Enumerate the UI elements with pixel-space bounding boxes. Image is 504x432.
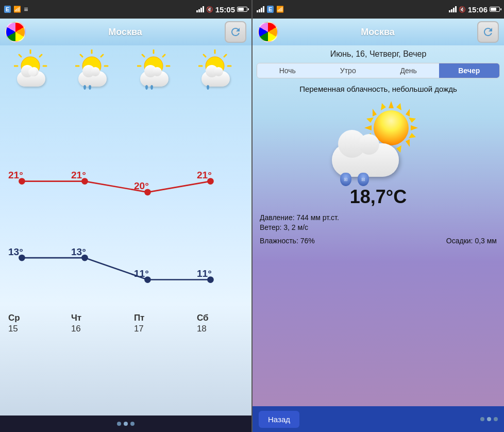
signal-bars-right <box>257 6 264 12</box>
dot-3 <box>130 422 135 426</box>
forecast-content: 21° 21° 20° 21° 13° 13° 11° 11° Ср 15 <box>0 45 251 416</box>
tab-night[interactable]: Ночь <box>257 63 318 78</box>
svg-marker-62 <box>411 125 418 130</box>
svg-text:21°: 21° <box>8 170 23 180</box>
back-dot-3 <box>494 417 498 421</box>
city-title-left: Москва <box>26 27 225 38</box>
signal-bars <box>196 6 204 12</box>
mute-icon: 🔇 <box>206 6 213 13</box>
svg-text:13°: 13° <box>71 246 86 257</box>
svg-text:17: 17 <box>134 324 144 334</box>
svg-marker-66 <box>364 125 372 130</box>
status-time-right: 15:06 <box>468 5 488 14</box>
svg-text:16: 16 <box>71 324 81 334</box>
status-right-right: 🔇 15:06 <box>449 5 500 14</box>
status-bar-right: E 📶 🔇 15:06 <box>253 0 504 19</box>
svg-text:Ср: Ср <box>8 313 20 323</box>
svg-text:13°: 13° <box>8 246 23 257</box>
weather-icon-container: ⊞ ⊞ <box>253 95 504 182</box>
svg-marker-75 <box>381 103 386 110</box>
weather-details: Давление: 744 мм рт.ст. Ветер: 3, 2 м/с <box>253 210 504 235</box>
app-logo-left <box>5 22 26 42</box>
battery-icon <box>237 7 247 12</box>
app-header-left: Москва <box>0 19 251 45</box>
svg-text:Пт: Пт <box>134 313 145 323</box>
svg-marker-60 <box>389 101 394 108</box>
back-dot-1 <box>480 417 484 421</box>
svg-marker-71 <box>396 145 401 153</box>
svg-marker-69 <box>409 118 416 123</box>
svg-text:21°: 21° <box>197 170 212 180</box>
refresh-button-left[interactable] <box>225 21 246 43</box>
back-dots <box>480 417 498 421</box>
svg-line-23 <box>142 55 144 57</box>
svg-text:18: 18 <box>197 324 207 334</box>
svg-marker-63 <box>406 139 410 147</box>
wifi-icon-right: 📶 <box>276 6 284 13</box>
svg-text:20°: 20° <box>134 181 149 192</box>
signal-bars-right2 <box>449 6 457 12</box>
back-button[interactable]: Назад <box>259 411 299 428</box>
precipitation-label: Осадки: 0,3 мм <box>446 237 497 245</box>
svg-text:21°: 21° <box>71 170 86 180</box>
rain-drops-large: ⊞ ⊞ <box>340 173 369 186</box>
svg-line-6 <box>40 55 42 57</box>
tab-day[interactable]: День <box>378 63 439 78</box>
forecast-chart-svg: 21° 21° 20° 21° 13° 13° 11° 11° Ср 15 <box>0 89 251 416</box>
hamburger-icon: ≡ <box>24 5 28 13</box>
svg-marker-68 <box>396 103 401 110</box>
right-phone: E 📶 🔇 15:06 Москва Ию <box>253 0 504 432</box>
left-phone: E 📶 ≡ 🔇 15:05 Москва <box>0 0 251 432</box>
svg-text:11°: 11° <box>134 268 149 279</box>
wifi-icon: 📶 <box>13 6 21 13</box>
tab-evening[interactable]: Вечер <box>439 63 500 78</box>
svg-line-5 <box>19 55 21 57</box>
svg-point-76 <box>374 110 409 145</box>
cloud-large: ⊞ ⊞ <box>332 143 399 177</box>
svg-marker-61 <box>406 109 410 117</box>
time-tabs[interactable]: Ночь Утро День Вечер <box>257 63 500 78</box>
status-time-left: 15:05 <box>215 5 235 14</box>
status-left-right: E 📶 <box>257 6 284 13</box>
forecast-icon-1 <box>8 51 59 87</box>
temperature-display: 18,7°C <box>253 182 504 210</box>
status-right: 🔇 15:05 <box>196 5 247 14</box>
back-bar: Назад <box>253 406 504 432</box>
app-logo-right <box>258 22 278 42</box>
pressure-row: Давление: 744 мм рт.ст. <box>260 213 497 222</box>
humidity-label: Влажность: 76% <box>260 237 315 245</box>
e-indicator-right: E <box>267 6 274 13</box>
right-app-content: Июнь, 16, Четверг, Вечер Ночь Утро День … <box>253 45 504 406</box>
mute-icon-right: 🔇 <box>459 6 466 13</box>
weather-bottom-row: Влажность: 76% Осадки: 0,3 мм <box>253 235 504 246</box>
refresh-button-right[interactable] <box>477 21 499 43</box>
svg-text:15: 15 <box>8 324 18 334</box>
status-left: E 📶 ≡ <box>4 5 29 13</box>
battery-icon-right <box>490 7 500 12</box>
status-bar-left: E 📶 ≡ 🔇 15:05 <box>0 0 251 19</box>
tab-morning[interactable]: Утро <box>318 63 379 78</box>
svg-line-24 <box>163 55 165 57</box>
svg-text:Сб: Сб <box>197 313 209 323</box>
svg-text:11°: 11° <box>197 268 212 279</box>
svg-marker-74 <box>366 118 374 123</box>
svg-line-33 <box>224 55 226 57</box>
back-dot-2 <box>487 417 491 421</box>
e-indicator: E <box>4 6 11 13</box>
svg-line-32 <box>204 55 206 57</box>
svg-line-14 <box>80 55 82 57</box>
refresh-icon-right <box>482 26 494 38</box>
forecast-icon-3 <box>131 51 182 87</box>
dot-1 <box>117 422 121 426</box>
city-title-right: Москва <box>278 27 477 38</box>
forecast-icons-row <box>0 45 251 89</box>
forecast-icon-2 <box>69 51 121 87</box>
svg-text:Чт: Чт <box>71 313 81 323</box>
bottom-dots-bar-left <box>0 416 251 432</box>
app-header-right: Москва <box>253 19 504 45</box>
forecast-icon-4 <box>192 51 244 87</box>
forecast-chart-wrapper: 21° 21° 20° 21° 13° 13° 11° 11° Ср 15 <box>0 89 251 416</box>
svg-marker-67 <box>373 109 377 117</box>
refresh-icon-left <box>229 26 242 38</box>
wind-row: Ветер: 3, 2 м/с <box>260 223 497 231</box>
